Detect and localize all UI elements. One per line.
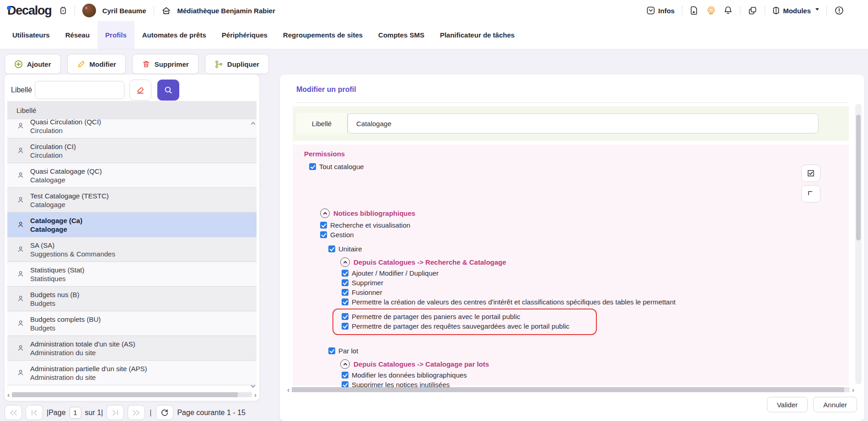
profile-title: Test Catalogage (TESTC): [30, 192, 109, 200]
scrollbar-thumb[interactable]: [856, 115, 861, 240]
tab-utilisateurs[interactable]: Utilisateurs: [5, 21, 58, 49]
checkbox-row: Permettre la création de valeurs des cen…: [342, 297, 675, 307]
scroll-down-arrow[interactable]: [251, 384, 256, 389]
device-icon[interactable]: [59, 5, 67, 16]
scroll-up-arrow[interactable]: [251, 122, 256, 126]
app-header: Decalog Cyril Beaume Médiathèque Benjami…: [0, 0, 868, 21]
tab-profils[interactable]: Profils: [97, 21, 134, 49]
list-item[interactable]: SA (SA)Suggestions & Commandes: [7, 237, 257, 262]
checkbox-row: Fusionner: [342, 288, 675, 297]
clear-search-button[interactable]: [129, 80, 151, 101]
list-item[interactable]: Administration partielle d'un site (APS)…: [7, 361, 257, 385]
checkbox-recherche[interactable]: [320, 222, 327, 229]
scrollbar-track[interactable]: [292, 387, 850, 392]
search-button[interactable]: [157, 80, 179, 101]
search-icon: [163, 85, 173, 95]
activity-fingerprint-icon[interactable]: [706, 5, 716, 16]
checkbox-label: Recherche et visualisation: [330, 221, 410, 229]
list-item[interactable]: Circulation (CI)Circulation: [7, 139, 257, 163]
tab-comptes-sms[interactable]: Comptes SMS: [370, 21, 432, 49]
libelle-input[interactable]: [348, 113, 819, 133]
profile-subtitle: Budgets: [30, 299, 80, 308]
checkbox-unitaire[interactable]: [328, 245, 335, 252]
checkbox-label: Permettre la création de valeurs des cen…: [352, 298, 675, 306]
collapse-chevron-icon[interactable]: [320, 208, 330, 218]
modules-button[interactable]: Modules: [772, 6, 819, 15]
tab-regroupements-de-sites[interactable]: Regroupements de sites: [275, 21, 370, 49]
profile-title: Quasi Circulation (QCI): [30, 119, 101, 126]
list-item[interactable]: Budgets complets (BU)Budgets: [7, 311, 257, 336]
current-page-range: Page courante 1 - 15: [177, 409, 245, 417]
checkbox-tout-catalogue[interactable]: [309, 163, 316, 170]
horizontal-scrollbar[interactable]: ‹ ›: [7, 391, 257, 398]
checkbox-label: Modifier les données bibliographiques: [352, 371, 467, 379]
cancel-button[interactable]: Annuler: [813, 397, 857, 412]
checkbox-modifier-donnees[interactable]: [342, 372, 348, 378]
edit-button-label: Modifier: [90, 60, 116, 68]
list-item[interactable]: Statistiques (Stat)Statistiques: [7, 262, 257, 287]
document-icon[interactable]: [690, 5, 699, 16]
list-item[interactable]: Quasi Circulation (QCI)Circulation: [7, 119, 257, 139]
page-number-input[interactable]: [70, 407, 81, 419]
profile-title: Budgets complets (BU): [30, 315, 101, 324]
scrollbar-thumb[interactable]: [292, 387, 844, 392]
check-all-button[interactable]: [801, 165, 820, 182]
checkbox-supprimer[interactable]: [342, 279, 348, 286]
checkbox-par-lot[interactable]: [328, 347, 335, 354]
first-page-button[interactable]: [5, 405, 22, 420]
horizontal-scrollbar[interactable]: ‹ ›: [287, 386, 854, 393]
checkbox-partager-requetes[interactable]: [342, 323, 348, 330]
libelle-search-input[interactable]: [35, 81, 124, 99]
vertical-scrollbar[interactable]: [855, 104, 862, 384]
app-logo: Decalog: [6, 4, 52, 18]
profile-title: Statistiques (Stat): [30, 266, 84, 274]
checkbox-partager-paniers[interactable]: [342, 313, 348, 320]
tab-peripheriques[interactable]: Périphériques: [214, 21, 275, 49]
profile-subtitle: Statistiques: [30, 274, 84, 283]
checkbox-ajouter-modifier-dupliquer[interactable]: [342, 270, 348, 277]
scroll-right-arrow[interactable]: ›: [254, 391, 257, 399]
list-item[interactable]: Administration totale d'un site (AS)Admi…: [7, 336, 257, 361]
scroll-right-arrow[interactable]: ›: [852, 386, 854, 394]
delete-button[interactable]: Supprimer: [132, 54, 198, 74]
list-item[interactable]: Quasi Catalogage (QC)Catalogage: [7, 163, 257, 188]
profile-title: Administration totale d'un site (AS): [30, 340, 135, 348]
validate-button[interactable]: Valider: [767, 397, 808, 412]
scroll-left-arrow[interactable]: ‹: [287, 386, 289, 394]
list-item-selected[interactable]: Catalogage (Ca)Catalogage: [7, 213, 257, 237]
edit-button[interactable]: Modifier: [67, 54, 126, 74]
scrollbar-thumb[interactable]: [12, 392, 238, 397]
list-item[interactable]: Budgets nus (B)Budgets: [7, 287, 257, 311]
next-page-button[interactable]: [107, 405, 124, 420]
help-exclamation-icon[interactable]: [834, 5, 844, 16]
checkbox-gestion[interactable]: [320, 231, 327, 238]
checkbox-label: Ajouter / Modifier / Dupliquer: [352, 269, 439, 277]
notifications-bell-icon[interactable]: [723, 5, 733, 16]
actions-toolbar: Ajouter Modifier Supprimer Dupliquer: [5, 54, 269, 74]
eraser-icon: [135, 85, 145, 95]
avatar[interactable]: [82, 4, 96, 17]
tab-automates-de-prets[interactable]: Automates de prêts: [134, 21, 214, 49]
duplicate-button[interactable]: Dupliquer: [205, 54, 269, 74]
collapse-chevron-icon[interactable]: [340, 257, 350, 267]
checkbox-creation-valeurs[interactable]: [342, 298, 348, 305]
tab-planificateur-de-taches[interactable]: Planificateur de tâches: [432, 21, 522, 49]
person-icon: [17, 197, 24, 204]
scroll-left-arrow[interactable]: ‹: [7, 391, 10, 399]
collapse-chevron-icon[interactable]: [340, 359, 350, 369]
scrollbar-track[interactable]: [12, 392, 252, 397]
last-page-button[interactable]: [128, 405, 145, 420]
modules-label: Modules: [783, 7, 811, 15]
infos-button[interactable]: Infos: [646, 6, 675, 15]
list-item[interactable]: Test Catalogage (TESTC)Catalogage: [7, 188, 257, 213]
refresh-button[interactable]: [156, 405, 173, 420]
checkbox-fusionner[interactable]: [342, 289, 348, 296]
header-separator: [682, 6, 682, 15]
windows-stack-icon[interactable]: [748, 6, 757, 16]
uncheck-all-button[interactable]: [801, 185, 820, 203]
section-title: Depuis Catalogues -> Catalogage par lots: [354, 360, 489, 368]
profile-list: Quasi Circulation (QCI)Circulation Circu…: [7, 119, 257, 392]
previous-page-button[interactable]: [26, 405, 43, 420]
add-button[interactable]: Ajouter: [5, 54, 61, 74]
tab-reseau[interactable]: Réseau: [58, 21, 97, 49]
